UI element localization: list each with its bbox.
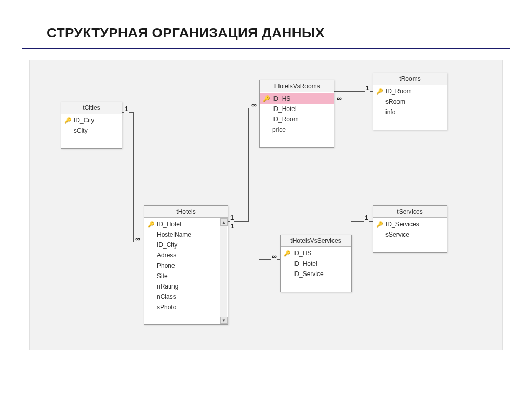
card-many: ∞ [251,101,257,109]
field-name: ID_Hotel [291,260,317,267]
key-icon: 🔑 [376,221,383,228]
field-name: Site [155,272,168,280]
table-header: tCities [61,102,122,114]
field-name: sPhoto [155,304,176,311]
table-header: tHotels [144,206,228,218]
card-one: 1 [230,214,234,222]
diagram-canvas: 1 ∞ 1 ∞ 1 ∞ 1 ∞ 1 ∞ tCities 🔑 ID_City · … [29,60,503,350]
scroll-up-icon[interactable]: ▲ [220,218,228,226]
table-tCities[interactable]: tCities 🔑 ID_City · sCity [61,102,122,149]
field-row[interactable]: 🔑 ID_Room [373,86,447,97]
field-name: Phone [155,262,175,269]
rel-services-hvs [351,221,373,222]
field-name: ID_City [72,117,94,124]
field-row[interactable]: 🔑 ID_Services [373,219,447,229]
table-tRooms[interactable]: tRooms 🔑 ID_Room · sRoom · info [373,73,447,130]
field-row[interactable]: · info [373,107,447,117]
field-row[interactable]: · ID_Room [260,114,334,125]
field-row[interactable]: · sPhoto [144,302,220,312]
key-icon: 🔑 [148,221,155,228]
rel-hotels-hvr [248,108,249,222]
card-one: 1 [365,84,370,92]
field-name: nClass [155,293,176,300]
card-one: 1 [230,222,235,230]
table-tHotels[interactable]: tHotels 🔑 ID_Hotel · HostelName · ID_Cit… [144,205,228,325]
field-name: ID_City [155,241,177,249]
scrollbar[interactable]: ▲ ▼ [220,218,227,324]
field-row[interactable]: 🔑 ID_Hotel [144,219,220,229]
table-tServices[interactable]: tServices 🔑 ID_Services · sService [373,205,447,253]
field-name: HostelName [155,231,191,238]
key-icon: 🔑 [284,250,291,257]
table-header: tHotelsVsServices [281,235,351,247]
field-row[interactable]: 🔑 ID_HS [281,248,351,258]
field-name: ID_Hotel [155,221,181,228]
field-name: ID_Services [383,221,419,228]
field-name: price [270,126,286,133]
table-header: tHotelsVsRooms [260,80,334,92]
field-name: ID_Room [383,88,412,95]
scroll-down-icon[interactable]: ▼ [220,317,228,324]
field-row[interactable]: · ID_Service [281,269,351,279]
page-title: СТРУКТУРНАЯ ОРГАНИЗАЦИЯ ДАННЫХ [47,25,325,41]
card-one: 1 [124,105,129,113]
table-header: tServices [373,206,447,218]
field-name: sService [383,231,409,238]
field-row[interactable]: · ID_City [144,240,220,250]
title-divider [22,48,510,49]
table-tHotelsVsServices[interactable]: tHotelsVsServices 🔑 ID_HS · ID_Hotel · I… [280,235,352,292]
field-row[interactable]: · nRating [144,281,220,292]
field-name: sCity [72,127,88,134]
field-row[interactable]: · sRoom [373,97,447,107]
field-row[interactable]: · price [260,125,334,135]
field-name: sRoom [383,98,405,105]
field-name: ID_HS [270,95,290,102]
field-row[interactable]: · ID_Hotel [281,258,351,269]
card-many: ∞ [336,94,342,102]
field-name: ID_Hotel [270,105,297,113]
field-row[interactable]: 🔑 ID_City [61,115,122,126]
field-name: ID_HS [291,250,311,257]
key-icon: 🔑 [64,117,72,124]
field-row[interactable]: · Adress [144,250,220,260]
field-row[interactable]: · ID_Hotel [260,104,334,114]
field-row[interactable]: 🔑 ID_HS [260,93,334,104]
field-row[interactable]: · Phone [144,260,220,271]
table-tHotelsVsRooms[interactable]: tHotelsVsRooms 🔑 ID_HS · ID_Hotel · ID_R… [259,80,334,148]
field-row[interactable]: · Site [144,271,220,281]
field-name: ID_Service [291,270,324,278]
key-icon: 🔑 [263,95,270,102]
field-name: ID_Room [270,116,299,123]
field-name: Adress [155,252,176,259]
rel-cities-hotels [133,112,134,242]
field-row[interactable]: · sCity [61,126,122,136]
field-row[interactable]: · sService [373,229,447,240]
field-name: info [383,108,395,116]
field-row[interactable]: · HostelName [144,229,220,240]
key-icon: 🔑 [376,88,383,95]
card-many: ∞ [135,235,141,243]
card-many: ∞ [271,252,277,260]
field-row[interactable]: · nClass [144,292,220,302]
field-name: nRating [155,283,178,290]
card-one: 1 [364,214,369,222]
rel-hotels-hvs [259,229,259,260]
table-header: tRooms [373,73,447,85]
